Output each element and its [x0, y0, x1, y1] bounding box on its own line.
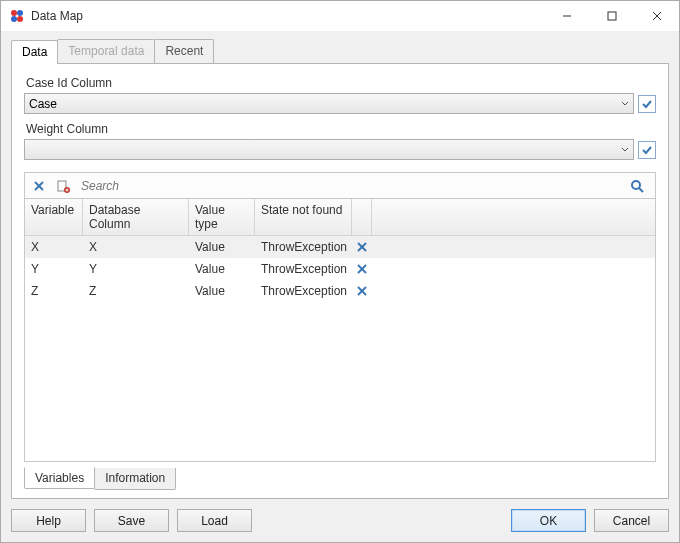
cell-db: X	[83, 240, 189, 254]
window-title: Data Map	[31, 9, 83, 23]
tab-data[interactable]: Data	[11, 40, 58, 64]
row-remove-icon[interactable]	[352, 286, 372, 296]
svg-rect-5	[608, 12, 616, 20]
ok-button[interactable]: OK	[511, 509, 586, 532]
dialog-window: Data Map Data Temporal data Recent Case …	[0, 0, 680, 543]
dialog-footer: Help Save Load OK Cancel	[11, 499, 669, 532]
col-variable[interactable]: Variable	[25, 199, 83, 235]
grid-body: X X Value ThrowException Y Y Value Throw…	[25, 236, 655, 461]
svg-point-2	[11, 16, 17, 22]
delete-icon[interactable]	[29, 176, 49, 196]
cell-variable: Z	[25, 284, 83, 298]
cell-state: ThrowException	[255, 240, 352, 254]
tab-temporal-data[interactable]: Temporal data	[57, 39, 155, 63]
weight-check[interactable]	[638, 141, 656, 159]
bottom-tabs: Variables Information	[24, 468, 656, 490]
save-button[interactable]: Save	[94, 509, 169, 532]
chevron-down-icon	[621, 143, 629, 157]
weight-combo[interactable]	[24, 139, 634, 160]
col-database-column[interactable]: Database Column	[83, 199, 189, 235]
svg-line-15	[639, 188, 643, 192]
case-id-value: Case	[29, 97, 57, 111]
tab-information[interactable]: Information	[94, 468, 176, 490]
maximize-button[interactable]	[589, 2, 634, 31]
cell-vtype: Value	[189, 262, 255, 276]
tab-recent[interactable]: Recent	[154, 39, 214, 63]
tab-variables[interactable]: Variables	[24, 467, 95, 489]
data-grid: Variable Database Column Value type Stat…	[24, 198, 656, 462]
app-icon	[9, 8, 25, 24]
svg-point-14	[632, 181, 640, 189]
table-row[interactable]: Z Z Value ThrowException	[25, 280, 655, 302]
cell-db: Z	[83, 284, 189, 298]
help-button[interactable]: Help	[11, 509, 86, 532]
clear-icon[interactable]	[53, 176, 73, 196]
svg-point-3	[17, 16, 23, 22]
titlebar: Data Map	[1, 1, 679, 31]
svg-point-0	[11, 10, 17, 16]
table-row[interactable]: X X Value ThrowException	[25, 236, 655, 258]
grid-header: Variable Database Column Value type Stat…	[25, 199, 655, 236]
cell-state: ThrowException	[255, 284, 352, 298]
close-button[interactable]	[634, 2, 679, 31]
row-remove-icon[interactable]	[352, 264, 372, 274]
search-input[interactable]	[77, 177, 627, 195]
grid-toolbar	[24, 172, 656, 198]
case-id-check[interactable]	[638, 95, 656, 113]
col-value-type[interactable]: Value type	[189, 199, 255, 235]
tabpanel-data: Case Id Column Case Weight Column	[11, 63, 669, 499]
load-button[interactable]: Load	[177, 509, 252, 532]
cell-state: ThrowException	[255, 262, 352, 276]
case-id-combo[interactable]: Case	[24, 93, 634, 114]
cell-vtype: Value	[189, 240, 255, 254]
cell-variable: Y	[25, 262, 83, 276]
col-state-not-found[interactable]: State not found	[255, 199, 352, 235]
cell-variable: X	[25, 240, 83, 254]
case-id-label: Case Id Column	[26, 76, 656, 90]
weight-label: Weight Column	[26, 122, 656, 136]
row-remove-icon[interactable]	[352, 242, 372, 252]
col-actions	[352, 199, 372, 235]
cell-db: Y	[83, 262, 189, 276]
minimize-button[interactable]	[544, 2, 589, 31]
table-row[interactable]: Y Y Value ThrowException	[25, 258, 655, 280]
client-area: Data Temporal data Recent Case Id Column…	[1, 31, 679, 542]
search-icon[interactable]	[627, 176, 647, 196]
svg-point-1	[17, 10, 23, 16]
cancel-button[interactable]: Cancel	[594, 509, 669, 532]
chevron-down-icon	[621, 97, 629, 111]
top-tabs: Data Temporal data Recent	[11, 39, 669, 63]
cell-vtype: Value	[189, 284, 255, 298]
col-filler	[372, 199, 655, 235]
